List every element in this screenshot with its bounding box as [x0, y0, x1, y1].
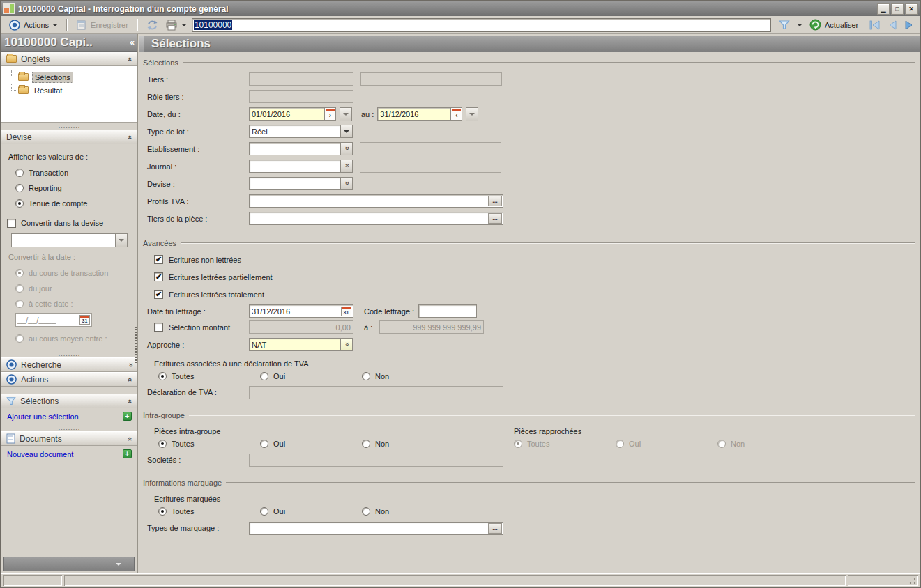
montant-from-input[interactable]: 0,00: [249, 320, 353, 334]
radio-marquees-toutes[interactable]: Toutes: [158, 507, 260, 516]
dropdown-button[interactable]: «: [340, 177, 353, 190]
sidebar-item-resultat[interactable]: Résultat: [8, 84, 137, 97]
print-button[interactable]: [162, 18, 190, 32]
radio-cours-transaction[interactable]: du cours de transaction: [7, 265, 132, 281]
filter-dropdown-button[interactable]: [793, 22, 806, 28]
convert-date-input[interactable]: __/__/____ 31: [15, 313, 92, 327]
section-recherche[interactable]: Recherche «: [1, 357, 137, 372]
profils-tva-input[interactable]: ...: [249, 194, 503, 208]
save-button[interactable]: Enregistrer: [73, 18, 132, 32]
nav-next-button[interactable]: [904, 20, 915, 30]
calendar-icon[interactable]: 31: [79, 315, 90, 325]
panel-splitter-handle[interactable]: [135, 327, 138, 363]
etablissement-name-input[interactable]: [360, 142, 501, 155]
radio-tva-non[interactable]: Non: [362, 372, 464, 380]
declaration-tva-input[interactable]: [249, 386, 503, 399]
code-lettrage-input[interactable]: [418, 304, 477, 318]
filter-button[interactable]: [775, 18, 793, 32]
calendar-next-icon[interactable]: ›: [324, 107, 336, 121]
dropdown-button[interactable]: [340, 125, 353, 138]
ellipsis-button[interactable]: ...: [488, 523, 502, 534]
fieldset-rule: [183, 62, 915, 63]
date-fin-lettrage-input[interactable]: 31/12/2016 31: [249, 304, 353, 318]
radio-intra-oui[interactable]: Oui: [260, 440, 362, 448]
add-icon[interactable]: +: [123, 449, 132, 458]
journal-combobox[interactable]: «: [249, 160, 353, 173]
dropdown-button[interactable]: «: [340, 142, 353, 155]
dropdown-button[interactable]: «: [340, 338, 353, 351]
checkbox-lettrees-partiellement[interactable]: ✔ Ecritures lettrées partiellement: [139, 268, 920, 286]
date-from-dropdown-button[interactable]: [340, 107, 352, 121]
date-from-input[interactable]: 01/01/2016: [249, 107, 324, 121]
checkbox-non-lettrees[interactable]: ✔ Ecritures non lettrées: [139, 251, 920, 268]
ellipsis-button[interactable]: ...: [488, 213, 502, 224]
refresh-button[interactable]: Actualiser: [806, 17, 862, 32]
checkbox-lettrees-totalement[interactable]: ✔ Ecritures lettrées totalement: [139, 286, 920, 303]
section-onglets[interactable]: Onglets «: [1, 52, 137, 66]
section-actions[interactable]: Actions «: [1, 372, 137, 387]
radio-tenue-de-compte[interactable]: Tenue de compte: [7, 196, 132, 211]
journal-name-input[interactable]: [360, 160, 501, 173]
devise-combobox[interactable]: «: [249, 177, 353, 190]
date-to-input[interactable]: 31/12/2016: [377, 107, 450, 121]
etablissement-combobox[interactable]: «: [249, 142, 353, 155]
radio-a-cette-date[interactable]: à cette date :: [7, 296, 132, 311]
radio-rapprochees-oui[interactable]: Oui: [616, 440, 717, 448]
add-icon[interactable]: +: [123, 412, 132, 421]
radio-intra-toutes[interactable]: Toutes: [158, 440, 260, 448]
sidebar-bottom-bar[interactable]: [3, 557, 135, 571]
radio-marquees-oui[interactable]: Oui: [260, 507, 362, 516]
sidebar-item-selections[interactable]: Sélections: [8, 70, 137, 84]
radio-rapprochees-toutes[interactable]: Toutes: [514, 440, 616, 448]
sidebar-collapse-button[interactable]: «: [130, 38, 135, 47]
calendar-prev-icon[interactable]: ‹: [450, 107, 462, 121]
dropdown-button[interactable]: «: [340, 160, 353, 173]
date-to-dropdown-button[interactable]: [466, 107, 478, 121]
new-document-link[interactable]: Nouveau document: [7, 450, 123, 458]
radio-tva-oui[interactable]: Oui: [260, 372, 362, 380]
dropdown-button[interactable]: [115, 233, 128, 247]
resize-grip[interactable]: [908, 577, 917, 585]
type-lot-combobox[interactable]: Réel: [249, 125, 353, 138]
tiers-piece-input[interactable]: ...: [249, 212, 503, 225]
section-actions-label: Actions: [21, 375, 124, 385]
convertir-devise-checkbox[interactable]: Convertir dans la devise: [7, 215, 132, 231]
splitter-handle[interactable]: .........: [1, 123, 137, 130]
splitter-handle[interactable]: .........: [1, 424, 137, 431]
nav-previous-button[interactable]: [887, 20, 898, 30]
types-marquage-input[interactable]: ...: [249, 522, 503, 535]
sync-button[interactable]: [143, 18, 162, 32]
radio-marquees-non[interactable]: Non: [362, 507, 464, 516]
close-button[interactable]: ✕: [905, 3, 918, 15]
radio-reporting[interactable]: Reporting: [7, 180, 132, 196]
ellipsis-button[interactable]: ...: [488, 196, 502, 206]
radio-intra-non[interactable]: Non: [362, 440, 464, 448]
approche-combobox[interactable]: NAT«: [249, 338, 353, 351]
selection-montant-checkbox[interactable]: Sélection montant: [147, 323, 249, 332]
section-selections[interactable]: Sélections «: [1, 394, 137, 408]
section-devise[interactable]: Devise «: [1, 130, 137, 144]
splitter-handle[interactable]: .........: [1, 350, 137, 357]
radio-tva-toutes[interactable]: Toutes: [158, 372, 260, 380]
calendar-icon[interactable]: 31: [341, 307, 351, 316]
date-fin-value: 31/12/2016: [252, 307, 290, 316]
actions-button[interactable]: Actions: [6, 18, 61, 32]
account-input[interactable]: 10100000: [192, 18, 771, 32]
montant-to-input[interactable]: 999 999 999 999,99: [379, 320, 484, 334]
societes-input[interactable]: [249, 454, 503, 467]
splitter-handle[interactable]: .........: [1, 387, 137, 394]
radio-transaction[interactable]: Transaction: [7, 165, 132, 180]
radio-du-jour[interactable]: du jour: [7, 281, 132, 296]
tiers-input[interactable]: [249, 72, 353, 86]
radio-cours-moyen[interactable]: au cours moyen entre :: [7, 331, 132, 346]
radio-label: Toutes: [172, 372, 194, 380]
add-selection-link[interactable]: Ajouter une sélection: [7, 412, 123, 421]
role-tiers-input[interactable]: [249, 90, 353, 103]
minimize-button[interactable]: ▁: [877, 3, 890, 15]
maximize-button[interactable]: □: [891, 3, 904, 15]
section-documents[interactable]: Documents «: [1, 431, 137, 446]
radio-rapprochees-non[interactable]: Non: [717, 440, 819, 448]
tiers-name-input[interactable]: [360, 72, 502, 86]
nav-first-button[interactable]: [869, 20, 881, 30]
devise-combobox[interactable]: [11, 233, 128, 247]
